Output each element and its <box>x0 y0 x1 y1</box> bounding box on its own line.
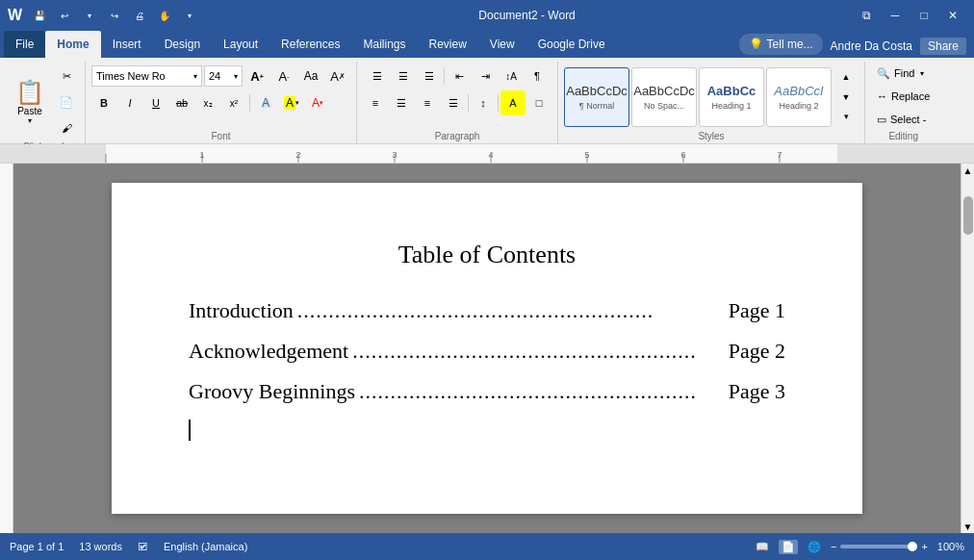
scroll-down-button[interactable]: ▼ <box>961 520 975 533</box>
style-heading1[interactable]: AaBbCc Heading 1 <box>699 67 764 127</box>
highlight-color-button[interactable]: A▾ <box>279 90 304 115</box>
bold-button[interactable]: B <box>91 90 116 115</box>
print-layout-icon[interactable]: 📄 <box>779 540 798 554</box>
clipboard-group: 📋 Paste ▾ ✂ 📄 🖌 Clipboard <box>4 62 86 143</box>
select-icon: ▭ <box>877 114 886 126</box>
style-normal[interactable]: AaBbCcDc ¶ Normal <box>564 67 629 127</box>
word-logo-icon: W <box>8 7 22 24</box>
styles-scroll-up[interactable]: ▲ <box>833 67 859 88</box>
word-count: 13 words <box>79 541 122 552</box>
zoom-in-button[interactable]: + <box>921 541 927 552</box>
strikethrough-button[interactable]: ab <box>169 90 194 115</box>
toc-introduction-dots: ........................................… <box>297 298 725 323</box>
sort-button[interactable]: ↕A <box>499 64 524 89</box>
text-effects-button[interactable]: A <box>253 90 278 115</box>
style-heading1-preview: AaBbCc <box>707 83 756 100</box>
customize-icon[interactable]: ▾ <box>178 4 201 27</box>
minimize-icon[interactable]: ─ <box>882 2 909 29</box>
increase-font-button[interactable]: A+ <box>244 64 269 89</box>
subscript-button[interactable]: x₂ <box>195 90 220 115</box>
replace-icon: ↔ <box>877 90 887 102</box>
replace-button[interactable]: ↔ Replace <box>871 87 936 106</box>
horizontal-ruler: 1 2 3 4 5 6 7 <box>0 144 974 164</box>
restore-icon[interactable]: ⧉ <box>853 2 880 29</box>
share-button[interactable]: Share <box>920 38 966 55</box>
numbering-button[interactable]: ☰ <box>391 64 416 89</box>
borders-button[interactable]: □ <box>526 90 551 115</box>
tab-references[interactable]: References <box>269 31 351 58</box>
tab-view[interactable]: View <box>478 31 526 58</box>
cursor-line[interactable] <box>189 420 785 446</box>
tab-mailings[interactable]: Mailings <box>351 31 417 58</box>
font-format-row: B I U ab x₂ x² A A▾ A▾ <box>91 90 330 115</box>
multilevel-list-button[interactable]: ☰ <box>417 64 442 89</box>
font-name-row: Times New Ro ▾ 24 ▾ A+ A- Aa A✗ <box>91 64 350 89</box>
tab-layout[interactable]: Layout <box>212 31 269 58</box>
shading-button[interactable]: A <box>500 90 525 115</box>
clear-formatting-button[interactable]: A✗ <box>325 64 350 89</box>
toc-entry-introduction: Introduction ...........................… <box>189 298 785 323</box>
tell-me-box[interactable]: 💡 Tell me... <box>739 34 823 55</box>
font-label: Font <box>91 130 350 143</box>
scroll-up-button[interactable]: ▲ <box>961 164 975 177</box>
read-mode-icon[interactable]: 📖 <box>756 541 769 553</box>
tab-insert[interactable]: Insert <box>101 31 153 58</box>
style-no-spacing-label: No Spac... <box>644 101 684 111</box>
styles-more[interactable]: ▾ <box>833 107 859 127</box>
tab-design[interactable]: Design <box>153 31 212 58</box>
save-icon[interactable]: 💾 <box>28 4 51 27</box>
zoom-out-button[interactable]: − <box>831 541 836 552</box>
ribbon-tabs-row: File Home Insert Design Layout Reference… <box>0 31 974 58</box>
tab-google-drive[interactable]: Google Drive <box>526 31 617 58</box>
cut-button[interactable]: ✂ <box>54 64 79 89</box>
style-no-spacing[interactable]: AaBbCcDc No Spac... <box>631 67 697 127</box>
format-painter-button[interactable]: 🖌 <box>54 115 79 140</box>
align-right-button[interactable]: ≡ <box>415 90 440 115</box>
right-tabs: 💡 Tell me... Andre Da Costa Share <box>739 34 974 58</box>
increase-indent-button[interactable]: ⇥ <box>473 64 498 89</box>
center-button[interactable]: ☰ <box>389 90 414 115</box>
font-color-button[interactable]: A▾ <box>305 90 330 115</box>
paragraph-group: ☰ ☰ ☰ ⇤ ⇥ ↕A ¶ ≡ ☰ ≡ ☰ ↕ A □ Paragraph <box>359 62 558 143</box>
page-count: Page 1 of 1 <box>10 541 64 552</box>
tab-file[interactable]: File <box>4 31 45 58</box>
clipboard-small-btns: ✂ 📄 🖌 <box>54 64 79 140</box>
web-layout-icon[interactable]: 🌐 <box>807 541 821 553</box>
tab-review[interactable]: Review <box>417 31 477 58</box>
paste-button[interactable]: 📋 Paste ▾ <box>8 73 52 131</box>
close-icon[interactable]: ✕ <box>939 2 966 29</box>
find-button[interactable]: 🔍 Find ▾ <box>871 64 930 83</box>
vertical-scrollbar[interactable]: ▲ ▼ <box>961 164 974 533</box>
copy-button[interactable]: 📄 <box>54 89 79 115</box>
tab-home[interactable]: Home <box>45 31 100 58</box>
underline-button[interactable]: U <box>143 90 168 115</box>
font-name-selector[interactable]: Times New Ro ▾ <box>91 65 202 87</box>
toc-acknowledgement-text: Acknowledgement <box>189 339 348 364</box>
touch-mode-icon[interactable]: ✋ <box>153 4 176 27</box>
justify-button[interactable]: ☰ <box>441 90 466 115</box>
font-group: Times New Ro ▾ 24 ▾ A+ A- Aa A✗ B I U ab… <box>88 62 357 143</box>
style-heading2[interactable]: AaBbCcI Heading 2 <box>766 67 832 127</box>
zoom-slider[interactable] <box>840 545 917 548</box>
maximize-icon[interactable]: □ <box>910 2 937 29</box>
show-marks-button[interactable]: ¶ <box>525 64 550 89</box>
undo-dropdown-icon[interactable]: ▾ <box>78 4 101 27</box>
scroll-thumb[interactable] <box>963 196 973 235</box>
print-preview-icon[interactable]: 🖨 <box>128 4 151 27</box>
redo-icon[interactable]: ↪ <box>103 4 126 27</box>
decrease-font-button[interactable]: A- <box>271 64 296 89</box>
lightbulb-icon: 💡 <box>749 38 763 51</box>
line-spacing-button[interactable]: ↕ <box>471 90 496 115</box>
document-area: Table of Contents Introduction .........… <box>0 164 974 533</box>
font-size-selector[interactable]: 24 ▾ <box>204 65 243 87</box>
undo-icon[interactable]: ↩ <box>53 4 76 27</box>
select-button[interactable]: ▭ Select - <box>871 110 932 129</box>
italic-button[interactable]: I <box>117 90 142 115</box>
change-case-button[interactable]: Aa <box>298 64 323 89</box>
bullets-button[interactable]: ☰ <box>365 64 390 89</box>
decrease-indent-button[interactable]: ⇤ <box>447 64 472 89</box>
document-page[interactable]: Table of Contents Introduction .........… <box>112 183 862 514</box>
align-left-button[interactable]: ≡ <box>363 90 388 115</box>
styles-scroll-down[interactable]: ▼ <box>833 87 859 107</box>
superscript-button[interactable]: x² <box>221 90 246 115</box>
